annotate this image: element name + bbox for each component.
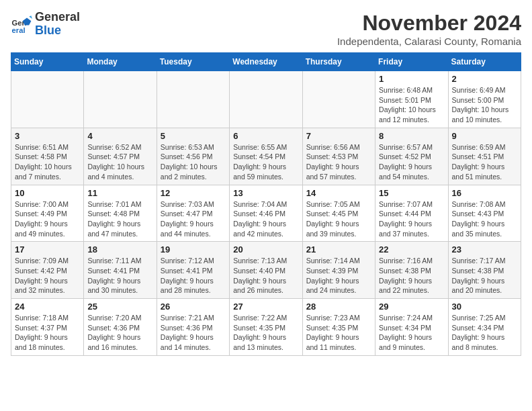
calendar-cell: 19Sunrise: 7:12 AM Sunset: 4:41 PM Dayli… [157, 242, 229, 299]
day-number: 21 [306, 244, 371, 255]
calendar-week-row: 1Sunrise: 6:48 AM Sunset: 5:01 PM Daylig… [11, 71, 521, 128]
calendar-cell: 15Sunrise: 7:07 AM Sunset: 4:44 PM Dayli… [375, 185, 448, 242]
day-info: Sunrise: 6:57 AM Sunset: 4:52 PM Dayligh… [379, 142, 444, 182]
calendar-cell: 28Sunrise: 7:23 AM Sunset: 4:35 PM Dayli… [302, 299, 375, 356]
calendar-cell [230, 71, 302, 128]
day-number: 18 [87, 244, 152, 255]
day-info: Sunrise: 7:21 AM Sunset: 4:36 PM Dayligh… [161, 313, 226, 353]
calendar-cell: 22Sunrise: 7:16 AM Sunset: 4:38 PM Dayli… [375, 242, 448, 299]
day-number: 7 [306, 131, 371, 141]
day-info: Sunrise: 7:18 AM Sunset: 4:37 PM Dayligh… [15, 313, 80, 353]
day-info: Sunrise: 6:52 AM Sunset: 4:57 PM Dayligh… [87, 142, 152, 182]
day-number: 5 [161, 131, 226, 141]
calendar-table: SundayMondayTuesdayWednesdayThursdayFrid… [11, 52, 521, 356]
weekday-header-saturday: Saturday [448, 53, 521, 71]
day-number: 11 [87, 188, 152, 198]
day-info: Sunrise: 7:11 AM Sunset: 4:41 PM Dayligh… [87, 256, 152, 295]
day-info: Sunrise: 7:20 AM Sunset: 4:36 PM Dayligh… [87, 313, 152, 353]
day-number: 22 [379, 244, 444, 255]
calendar-cell: 21Sunrise: 7:14 AM Sunset: 4:39 PM Dayli… [302, 242, 375, 299]
calendar-cell [157, 71, 229, 128]
day-info: Sunrise: 7:09 AM Sunset: 4:42 PM Dayligh… [15, 256, 80, 295]
calendar-cell: 5Sunrise: 6:53 AM Sunset: 4:56 PM Daylig… [157, 128, 229, 185]
calendar-cell: 29Sunrise: 7:24 AM Sunset: 4:34 PM Dayli… [375, 299, 448, 356]
logo-blue-text: Blue [35, 24, 80, 38]
day-number: 12 [161, 188, 226, 198]
calendar-week-row: 24Sunrise: 7:18 AM Sunset: 4:37 PM Dayli… [11, 299, 521, 356]
day-info: Sunrise: 7:07 AM Sunset: 4:44 PM Dayligh… [379, 199, 444, 239]
logo: Gen eral General Blue [11, 11, 80, 38]
svg-text:eral: eral [12, 26, 26, 34]
calendar-cell: 13Sunrise: 7:04 AM Sunset: 4:46 PM Dayli… [230, 185, 302, 242]
day-info: Sunrise: 7:23 AM Sunset: 4:35 PM Dayligh… [306, 313, 371, 353]
calendar-cell: 17Sunrise: 7:09 AM Sunset: 4:42 PM Dayli… [11, 242, 84, 299]
day-number: 10 [15, 188, 80, 198]
logo-text: General Blue [35, 11, 80, 38]
day-info: Sunrise: 6:55 AM Sunset: 4:54 PM Dayligh… [233, 142, 298, 182]
day-info: Sunrise: 6:53 AM Sunset: 4:56 PM Dayligh… [161, 142, 226, 182]
day-info: Sunrise: 7:25 AM Sunset: 4:34 PM Dayligh… [452, 313, 517, 353]
month-year-title: November 2024 [337, 11, 521, 36]
day-number: 17 [15, 244, 80, 255]
day-number: 4 [87, 131, 152, 141]
logo-general-text: General [35, 11, 80, 24]
day-number: 6 [233, 131, 298, 141]
day-info: Sunrise: 7:05 AM Sunset: 4:45 PM Dayligh… [306, 199, 371, 239]
day-info: Sunrise: 7:13 AM Sunset: 4:40 PM Dayligh… [233, 256, 298, 295]
calendar-cell: 9Sunrise: 6:59 AM Sunset: 4:51 PM Daylig… [448, 128, 521, 185]
calendar-cell [11, 71, 84, 128]
weekday-header-tuesday: Tuesday [157, 53, 229, 71]
weekday-header-friday: Friday [375, 53, 448, 71]
day-info: Sunrise: 7:14 AM Sunset: 4:39 PM Dayligh… [306, 256, 371, 295]
day-info: Sunrise: 7:03 AM Sunset: 4:47 PM Dayligh… [161, 199, 226, 239]
calendar-cell: 8Sunrise: 6:57 AM Sunset: 4:52 PM Daylig… [375, 128, 448, 185]
calendar-cell [84, 71, 157, 128]
location-subtitle: Independenta, Calarasi County, Romania [337, 36, 521, 47]
day-number: 15 [379, 188, 444, 198]
day-number: 8 [379, 131, 444, 141]
weekday-header-sunday: Sunday [11, 53, 84, 71]
calendar-cell: 7Sunrise: 6:56 AM Sunset: 4:53 PM Daylig… [302, 128, 375, 185]
calendar-cell: 2Sunrise: 6:49 AM Sunset: 5:00 PM Daylig… [448, 71, 521, 128]
calendar-cell: 14Sunrise: 7:05 AM Sunset: 4:45 PM Dayli… [302, 185, 375, 242]
calendar-cell: 26Sunrise: 7:21 AM Sunset: 4:36 PM Dayli… [157, 299, 229, 356]
day-info: Sunrise: 7:16 AM Sunset: 4:38 PM Dayligh… [379, 256, 444, 295]
day-info: Sunrise: 6:59 AM Sunset: 4:51 PM Dayligh… [452, 142, 517, 182]
day-info: Sunrise: 6:49 AM Sunset: 5:00 PM Dayligh… [452, 85, 517, 125]
day-number: 13 [233, 188, 298, 198]
calendar-cell: 4Sunrise: 6:52 AM Sunset: 4:57 PM Daylig… [84, 128, 157, 185]
day-info: Sunrise: 7:04 AM Sunset: 4:46 PM Dayligh… [233, 199, 298, 239]
day-number: 9 [452, 131, 517, 141]
calendar-cell: 20Sunrise: 7:13 AM Sunset: 4:40 PM Dayli… [230, 242, 302, 299]
day-info: Sunrise: 7:17 AM Sunset: 4:38 PM Dayligh… [452, 256, 517, 295]
calendar-cell: 11Sunrise: 7:01 AM Sunset: 4:48 PM Dayli… [84, 185, 157, 242]
weekday-header-monday: Monday [84, 53, 157, 71]
day-number: 26 [161, 302, 226, 312]
day-number: 3 [15, 131, 80, 141]
day-number: 28 [306, 302, 371, 312]
calendar-cell [302, 71, 375, 128]
day-info: Sunrise: 7:24 AM Sunset: 4:34 PM Dayligh… [379, 313, 444, 353]
calendar-cell: 27Sunrise: 7:22 AM Sunset: 4:35 PM Dayli… [230, 299, 302, 356]
day-number: 24 [15, 302, 80, 312]
day-number: 14 [306, 188, 371, 198]
logo-icon: Gen eral [11, 13, 32, 35]
day-info: Sunrise: 6:56 AM Sunset: 4:53 PM Dayligh… [306, 142, 371, 182]
title-area: November 2024 Independenta, Calarasi Cou… [337, 11, 521, 47]
calendar-cell: 25Sunrise: 7:20 AM Sunset: 4:36 PM Dayli… [84, 299, 157, 356]
calendar-cell: 3Sunrise: 6:51 AM Sunset: 4:58 PM Daylig… [11, 128, 84, 185]
calendar-cell: 10Sunrise: 7:00 AM Sunset: 4:49 PM Dayli… [11, 185, 84, 242]
day-number: 30 [452, 302, 517, 312]
weekday-header-wednesday: Wednesday [230, 53, 302, 71]
day-number: 27 [233, 302, 298, 312]
calendar-cell: 6Sunrise: 6:55 AM Sunset: 4:54 PM Daylig… [230, 128, 302, 185]
calendar-cell: 23Sunrise: 7:17 AM Sunset: 4:38 PM Dayli… [448, 242, 521, 299]
day-number: 20 [233, 244, 298, 255]
day-number: 1 [379, 74, 444, 84]
day-number: 25 [87, 302, 152, 312]
calendar-cell: 24Sunrise: 7:18 AM Sunset: 4:37 PM Dayli… [11, 299, 84, 356]
svg-marker-3 [29, 15, 32, 19]
calendar-cell: 12Sunrise: 7:03 AM Sunset: 4:47 PM Dayli… [157, 185, 229, 242]
day-number: 2 [452, 74, 517, 84]
day-info: Sunrise: 7:22 AM Sunset: 4:35 PM Dayligh… [233, 313, 298, 353]
